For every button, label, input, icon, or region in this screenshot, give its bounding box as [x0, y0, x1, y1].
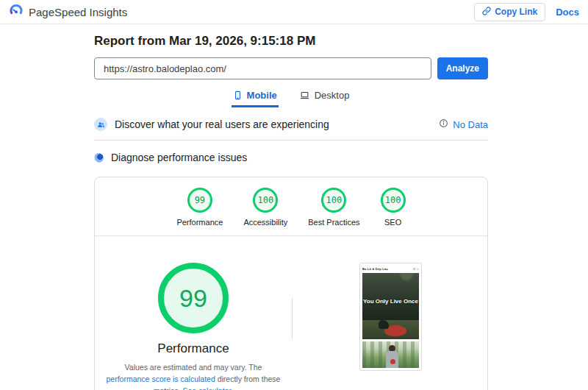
person-silhouette: [379, 320, 389, 329]
palm-silhouette: [397, 273, 416, 283]
device-tabs: Mobile Desktop: [94, 87, 488, 107]
url-input[interactable]: [94, 57, 431, 79]
link-icon: [482, 7, 491, 18]
disclaimer-text-1: Values are estimated and may vary. The: [125, 363, 262, 372]
brand[interactable]: PageSpeed Insights: [9, 3, 127, 21]
performance-gauge[interactable]: 99: [158, 263, 229, 333]
copy-link-button[interactable]: Copy Link: [474, 3, 545, 21]
discover-label: Discover what your real users are experi…: [115, 118, 329, 130]
docs-link[interactable]: Docs: [556, 7, 579, 18]
mobile-phone-icon: [233, 91, 243, 100]
red-object: [390, 359, 395, 364]
menu-icon: ≡: [413, 267, 415, 271]
score-accessibility-label: Accessibility: [243, 218, 287, 227]
thumbnail-site-header: Ba Lô & Dép Lào ≡ ⌕: [362, 266, 419, 272]
thumbnail-hero-image: You Only Live Once: [362, 273, 419, 339]
analyze-button[interactable]: Analyze: [437, 57, 488, 79]
performance-section: 99 Performance Values are estimated and …: [95, 236, 487, 390]
url-form: Analyze: [94, 57, 488, 79]
score-performance-value: 99: [187, 188, 212, 213]
score-accessibility-value: 100: [253, 188, 278, 213]
see-calculator-link[interactable]: See calculator.: [182, 386, 233, 390]
final-screenshot-thumbnail[interactable]: Ba Lô & Dép Lào ≡ ⌕ You Only Live Once: [359, 263, 422, 371]
score-accessibility[interactable]: 100 Accessibility: [243, 188, 287, 227]
performance-gauge-label: Performance: [157, 341, 229, 356]
tab-mobile[interactable]: Mobile: [232, 87, 279, 107]
score-performance-label: Performance: [176, 218, 223, 227]
section-divider: [94, 140, 488, 141]
score-disclaimer: Values are estimated and may vary. The p…: [102, 362, 284, 390]
diagnose-gauge-icon: [94, 153, 104, 163]
no-data-status[interactable]: No Data: [453, 119, 488, 130]
diagnose-row: Diagnose performance issues: [94, 148, 488, 167]
vertical-divider: [292, 298, 293, 339]
score-summary-row: 99 Performance 100 Accessibility 100 Bes…: [95, 177, 487, 235]
top-bar: PageSpeed Insights Copy Link Docs: [0, 0, 588, 24]
report-title: Report from Mar 19, 2026, 9:15:18 PM: [94, 34, 488, 49]
thumbnail-site-title: Ba Lô & Dép Lào: [362, 267, 388, 271]
score-best-practices-label: Best Practices: [308, 218, 359, 227]
pagespeed-logo-icon: [9, 3, 24, 21]
score-best-practices[interactable]: 100 Best Practices: [308, 188, 359, 227]
tab-desktop-label: Desktop: [315, 90, 350, 101]
hero-headline: You Only Live Once: [362, 298, 419, 305]
score-calc-link[interactable]: performance score is calculated: [107, 375, 215, 383]
real-users-icon: [94, 118, 107, 131]
app-title: PageSpeed Insights: [29, 6, 127, 18]
score-seo-label: SEO: [384, 218, 401, 227]
score-performance[interactable]: 99 Performance: [176, 188, 223, 227]
lighthouse-report-card: 99 Performance 100 Accessibility 100 Bes…: [94, 177, 488, 390]
thumbnail-secondary-image: [362, 341, 419, 368]
info-icon[interactable]: [439, 118, 448, 131]
search-icon: ⌕: [417, 267, 419, 271]
score-seo-value: 100: [381, 188, 406, 213]
desktop-laptop-icon: [299, 91, 310, 100]
tab-desktop[interactable]: Desktop: [298, 87, 351, 107]
tab-mobile-label: Mobile: [247, 90, 277, 101]
score-seo[interactable]: 100 SEO: [381, 188, 406, 227]
diagnose-label: Diagnose performance issues: [111, 152, 247, 163]
copy-link-label: Copy Link: [495, 7, 537, 17]
score-best-practices-value: 100: [321, 188, 346, 213]
discover-row: Discover what your real users are experi…: [94, 115, 488, 134]
